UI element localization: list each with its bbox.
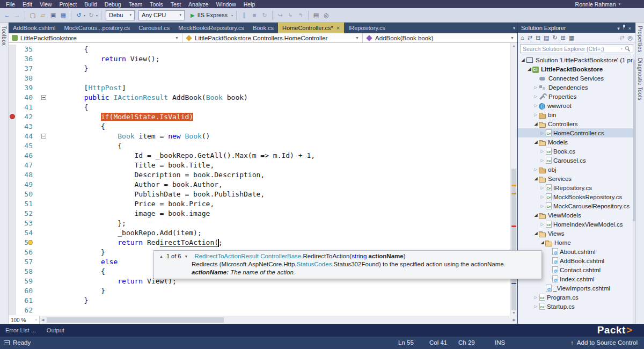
expander-collapsed-icon[interactable]: ▷ xyxy=(533,85,539,90)
breakpoint-margin[interactable] xyxy=(9,112,16,122)
tab-carousel-cs[interactable]: Carousel.cs xyxy=(134,23,174,33)
expander-collapsed-icon[interactable]: ▷ xyxy=(539,203,545,208)
next-overload-icon[interactable]: ▼ xyxy=(184,255,188,258)
menu-help[interactable]: Help xyxy=(240,1,259,8)
fold-collapse-icon[interactable] xyxy=(41,134,46,139)
tab-mockcarous-pository-cs[interactable]: MockCarous...pository.cs xyxy=(60,23,134,33)
breakpoint-margin[interactable] xyxy=(9,54,16,64)
menu-tools[interactable]: Tools xyxy=(146,1,167,8)
tab-mockbooksrepository-cs[interactable]: MockBooksRepository.cs xyxy=(174,23,248,33)
expander-collapsed-icon[interactable]: ▷ xyxy=(533,94,539,99)
nav-forward-icon[interactable]: → xyxy=(13,11,21,19)
breakpoint-margin[interactable] xyxy=(9,161,16,170)
tree-item-dependencies[interactable]: ▷Dependencies xyxy=(518,83,635,92)
tree-item-book-cs[interactable]: ▷Book.cs xyxy=(518,147,635,156)
tree-item-bin[interactable]: ▷bin xyxy=(518,110,635,119)
breakpoint-margin[interactable] xyxy=(9,286,16,296)
tree-item-viewimports-cshtml[interactable]: _ViewImports.cshtml xyxy=(518,283,635,293)
solution-config-icon[interactable]: ▤ xyxy=(312,11,320,19)
tree-scrollbar[interactable] xyxy=(633,54,635,324)
expander-expanded-icon[interactable]: ◢ xyxy=(526,67,532,71)
scrollbar-thumb[interactable] xyxy=(511,169,516,310)
code-line[interactable]: 53 }; xyxy=(9,219,517,228)
restart-icon[interactable]: ↻ xyxy=(260,11,269,19)
attach-icon[interactable]: ◎ xyxy=(322,11,331,19)
pin-icon[interactable] xyxy=(621,24,627,30)
search-icon[interactable] xyxy=(625,46,631,52)
expander-expanded-icon[interactable]: ◢ xyxy=(520,57,526,62)
tree-item-mockbooksrepository-cs[interactable]: ▷MockBooksRepository.cs xyxy=(518,192,635,201)
open-file-icon[interactable]: ▱ xyxy=(39,11,47,19)
step-over-icon[interactable]: ↪ xyxy=(276,11,284,19)
code-line[interactable]: 47 Title = book.Title, xyxy=(9,161,517,170)
menu-file[interactable]: File xyxy=(2,1,19,8)
breakpoint-margin[interactable] xyxy=(9,170,16,180)
home-icon[interactable]: ⌂ xyxy=(521,34,524,41)
menu-debug[interactable]: Debug xyxy=(101,1,125,8)
menu-edit[interactable]: Edit xyxy=(19,1,36,8)
pause-icon[interactable]: ∥ xyxy=(240,11,248,19)
tree-item-homecontroller-cs[interactable]: ▷HomeController.cs xyxy=(518,128,635,137)
tree-item-obj[interactable]: ▷obj xyxy=(518,165,635,174)
code-line[interactable]: 38 xyxy=(9,74,517,83)
code-line[interactable]: 36 return View(); xyxy=(9,54,517,64)
save-all-icon[interactable]: ▦ xyxy=(59,11,68,19)
tree-item-littlepacktbookstore[interactable]: ◢LittlePacktBookstore xyxy=(518,64,635,74)
code-line[interactable]: 60 } xyxy=(9,286,517,296)
code-line[interactable]: 51 Price = book.Price, xyxy=(9,199,517,209)
menu-project[interactable]: Project xyxy=(56,1,81,8)
expander-collapsed-icon[interactable]: ▷ xyxy=(539,130,545,135)
solution-platforms-dropdown[interactable]: Any CPU ▾ xyxy=(138,10,185,20)
code-line[interactable]: 43 { xyxy=(9,122,517,132)
tree-item-solution-littlepacktbookstore-1-pr[interactable]: ◢Solution 'LittlePacktBookstore' (1 pr xyxy=(518,55,635,64)
new-file-icon[interactable]: ▢ xyxy=(28,11,37,19)
editor-zoom-dropdown[interactable]: 100 % ▾ xyxy=(9,316,40,324)
breakpoint-margin[interactable] xyxy=(9,132,16,141)
breakpoint-margin[interactable] xyxy=(9,64,16,74)
breakpoint-margin[interactable] xyxy=(9,267,16,277)
menu-analyze[interactable]: Analyze xyxy=(185,1,212,8)
code-line[interactable]: 50 PublishDate = book.PublishDate, xyxy=(9,190,517,199)
tree-item-homeindexviewmodel-cs[interactable]: ▷HomeIndexViewModel.cs xyxy=(518,220,635,229)
breakpoint-margin[interactable] xyxy=(9,103,16,112)
scroll-up-icon[interactable]: ▲ xyxy=(510,44,517,48)
breakpoint-margin[interactable] xyxy=(9,257,16,267)
code-line[interactable]: 48 Description = book.Description, xyxy=(9,170,517,180)
code-line[interactable]: 49 Author = book.Author, xyxy=(9,180,517,190)
code-line[interactable]: 46 Id = _bookRepo.GetAll().Max(m => m.Id… xyxy=(9,151,517,161)
step-into-icon[interactable]: ↳ xyxy=(286,11,295,19)
expander-expanded-icon[interactable]: ◢ xyxy=(533,231,539,236)
tree-item-mockcarouselrepository-cs[interactable]: ▷MockCarouselRepository.cs xyxy=(518,201,635,210)
hscroll-track[interactable] xyxy=(46,316,511,324)
expander-expanded-icon[interactable]: ◢ xyxy=(533,140,539,144)
prev-overload-icon[interactable]: ▲ xyxy=(159,255,163,258)
breakpoint-margin[interactable] xyxy=(9,296,16,306)
preview-code-icon[interactable]: ◎ xyxy=(627,34,633,41)
tab-book-cs[interactable]: Book.cs xyxy=(248,23,278,33)
tree-item-irepository-cs[interactable]: ▷IRepository.cs xyxy=(518,183,635,192)
nav-back-icon[interactable]: ← xyxy=(3,11,11,19)
tree-item-home[interactable]: ◢Home xyxy=(518,238,635,247)
hscroll-thumb[interactable] xyxy=(47,317,224,323)
code-line[interactable]: 45 { xyxy=(9,141,517,151)
redo-icon[interactable]: ↻ xyxy=(87,11,96,19)
tree-item-startup-cs[interactable]: ▷Startup.cs xyxy=(518,302,635,311)
expander-collapsed-icon[interactable]: ▷ xyxy=(539,222,545,227)
code-line[interactable]: 41 { xyxy=(9,103,517,112)
solution-explorer-header[interactable]: Solution Explorer ▾× xyxy=(518,23,635,33)
lightbulb-icon[interactable] xyxy=(28,240,33,245)
type-dropdown[interactable]: LittlePacktBookstore.Controllers.HomeCon… xyxy=(182,33,363,42)
menu-test[interactable]: Test xyxy=(167,1,185,8)
tree-item-connected-services[interactable]: Connected Services xyxy=(518,74,635,83)
menu-build[interactable]: Build xyxy=(80,1,100,8)
tree-item-controllers[interactable]: ◢Controllers xyxy=(518,119,635,128)
breakpoint-margin[interactable] xyxy=(9,45,16,54)
expander-collapsed-icon[interactable]: ▷ xyxy=(539,185,545,190)
new-folder-icon[interactable]: ⊞ xyxy=(561,34,566,41)
tree-item-models[interactable]: ◢Models xyxy=(518,137,635,147)
user-account-menu[interactable]: Ronnie Rahman ▾ xyxy=(575,1,642,8)
chevron-down-icon[interactable]: ▾ xyxy=(616,26,621,31)
breakpoint-margin[interactable] xyxy=(9,190,16,199)
tree-item-services[interactable]: ◢Services xyxy=(518,174,635,183)
code-line[interactable]: 61 } xyxy=(9,296,517,306)
